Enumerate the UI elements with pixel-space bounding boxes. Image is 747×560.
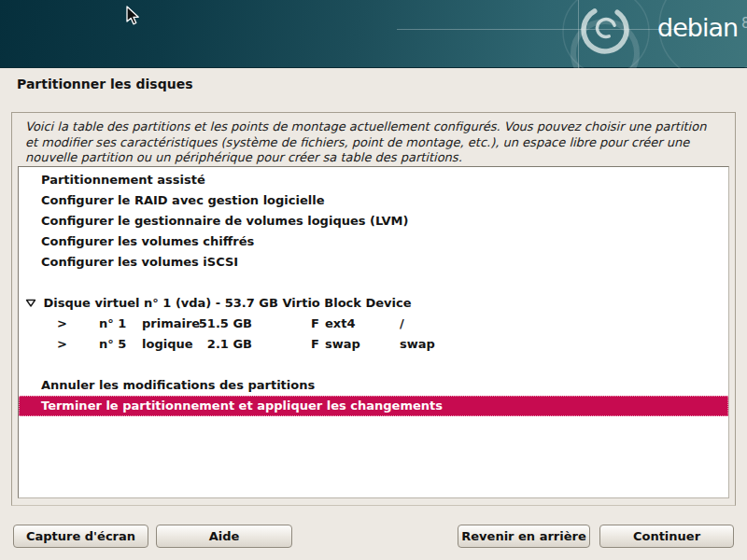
partition-mountpoint: / bbox=[400, 314, 404, 334]
partition-size: 2.1 GB bbox=[194, 334, 252, 355]
menu-item-label: Partitionnement assisté bbox=[41, 173, 205, 187]
partition-filesystem: swap bbox=[325, 334, 360, 355]
partition-type: primaire bbox=[142, 314, 200, 334]
partition-type: logique bbox=[142, 334, 193, 355]
menu-item-undo-partition-changes[interactable]: Annuler les modifications des partitions bbox=[19, 375, 728, 396]
menu-item-label: Configurer le gestionnaire de volumes lo… bbox=[41, 214, 408, 228]
menu-item-label: Configurer les volumes chiffrés bbox=[41, 234, 254, 248]
debian-version: 8 bbox=[741, 15, 747, 32]
expander-icon[interactable] bbox=[22, 294, 39, 315]
menu-item-label: Annuler les modifications des partitions bbox=[41, 378, 315, 392]
help-button[interactable]: Aide bbox=[156, 525, 292, 548]
menu-item-configure-raid[interactable]: Configurer le RAID avec gestion logiciel… bbox=[19, 190, 728, 211]
disk-row-vda[interactable]: Disque virtuel n° 1 (vda) - 53.7 GB Virt… bbox=[19, 293, 728, 314]
menu-item-label: Terminer le partitionnement et appliquer… bbox=[41, 399, 443, 413]
partition-filesystem: ext4 bbox=[325, 314, 355, 334]
banner-artwork bbox=[0, 0, 747, 68]
disk-label: Disque virtuel n° 1 (vda) - 53.7 GB Virt… bbox=[44, 296, 412, 310]
mouse-cursor bbox=[126, 6, 141, 26]
list-spacer bbox=[19, 273, 728, 293]
screenshot-button[interactable]: Capture d'écran bbox=[13, 525, 148, 548]
list-spacer bbox=[19, 355, 728, 375]
content-frame: Voici la table des partitions et les poi… bbox=[11, 112, 736, 506]
go-back-button[interactable]: Revenir en arrière bbox=[458, 525, 590, 548]
menu-item-finish-partitioning[interactable]: Terminer le partitionnement et appliquer… bbox=[19, 396, 728, 416]
partition-number: n° 5 bbox=[99, 334, 126, 355]
menu-item-label: Configurer les volumes iSCSI bbox=[41, 255, 238, 269]
menu-item-configure-lvm[interactable]: Configurer le gestionnaire de volumes lo… bbox=[19, 211, 728, 231]
installer-banner: debian8 bbox=[0, 0, 747, 68]
menu-item-guided-partitioning[interactable]: Partitionnement assisté bbox=[19, 170, 728, 190]
partition-menu-list[interactable]: Partitionnement assisté Configurer le RA… bbox=[18, 166, 729, 498]
menu-item-configure-iscsi-volumes[interactable]: Configurer les volumes iSCSI bbox=[19, 252, 728, 273]
partition-format-flag: F bbox=[311, 314, 319, 334]
partition-number: n° 1 bbox=[99, 314, 126, 334]
partition-arrow-icon: > bbox=[57, 314, 67, 334]
partition-row-1[interactable]: > n° 1 primaire 51.5 GB F ext4 / bbox=[19, 314, 728, 334]
menu-item-configure-encrypted-volumes[interactable]: Configurer les volumes chiffrés bbox=[19, 231, 728, 252]
partition-format-flag: F bbox=[311, 334, 319, 355]
description-text: Voici la table des partitions et les poi… bbox=[25, 119, 720, 166]
partition-size: 51.5 GB bbox=[194, 314, 252, 334]
partition-arrow-icon: > bbox=[57, 334, 67, 355]
partition-mountpoint: swap bbox=[400, 334, 435, 355]
page-title: Partitionner les disques bbox=[17, 77, 193, 91]
continue-button[interactable]: Continuer bbox=[599, 525, 734, 548]
menu-item-label: Configurer le RAID avec gestion logiciel… bbox=[41, 193, 325, 207]
debian-logo-text: debian8 bbox=[657, 13, 747, 42]
debian-swirl-logo bbox=[573, 0, 637, 68]
partition-row-5[interactable]: > n° 5 logique 2.1 GB F swap swap bbox=[19, 334, 728, 355]
